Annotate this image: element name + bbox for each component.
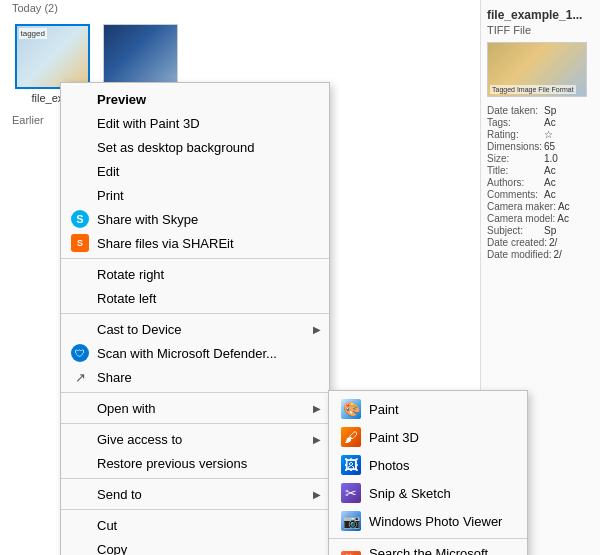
menu-item-label: Cut — [97, 518, 117, 533]
menu-separator — [61, 392, 329, 393]
context-menu: PreviewEdit with Paint 3DSet as desktop … — [60, 82, 330, 555]
meta-row: Date modified:2/ — [487, 249, 594, 260]
context-menu-item-7[interactable]: Rotate right — [61, 262, 329, 286]
thumb-image-content-1: tagged — [17, 26, 88, 87]
meta-row: Date created:2/ — [487, 237, 594, 248]
menu-item-label: Preview — [97, 92, 146, 107]
menu-item-label: Give access to — [97, 432, 182, 447]
submenu-item-label: Photos — [369, 458, 409, 473]
menu-item-label: Edit — [97, 164, 119, 179]
context-menu-item-5[interactable]: SShare with Skype — [61, 207, 329, 231]
context-menu-item-14[interactable]: Restore previous versions — [61, 451, 329, 475]
context-menu-item-6[interactable]: SShare files via SHAREit — [61, 231, 329, 255]
context-menu-item-17[interactable]: Copy — [61, 537, 329, 555]
context-menu-item-0[interactable]: Preview — [61, 87, 329, 111]
context-menu-item-10[interactable]: 🛡Scan with Microsoft Defender... — [61, 341, 329, 365]
menu-item-label: Edit with Paint 3D — [97, 116, 200, 131]
meta-val: 2/ — [549, 237, 557, 248]
submenu-item-4[interactable]: 📷Windows Photo Viewer — [329, 507, 527, 535]
menu-item-label: Cast to Device — [97, 322, 182, 337]
submenu-arrow: ▶ — [313, 489, 321, 500]
meta-key: Dimensions: — [487, 141, 542, 152]
meta-val: Ac — [544, 165, 556, 176]
menu-item-label: Set as desktop background — [97, 140, 255, 155]
submenu-extra-item-0[interactable]: 🏪Search the Microsoft Store — [329, 542, 527, 555]
meta-key: Authors: — [487, 177, 542, 188]
meta-val: Sp — [544, 105, 556, 116]
submenu-item-3[interactable]: ✂Snip & Sketch — [329, 479, 527, 507]
menu-item-label: Share with Skype — [97, 212, 198, 227]
meta-row: Date taken:Sp — [487, 105, 594, 116]
meta-val: 2/ — [553, 249, 561, 260]
context-menu-item-16[interactable]: Cut — [61, 513, 329, 537]
meta-row: Tags:Ac — [487, 117, 594, 128]
meta-val: Ac — [544, 189, 556, 200]
meta-row: Authors:Ac — [487, 177, 594, 188]
file-type: TIFF File — [487, 24, 594, 36]
menu-separator — [61, 509, 329, 510]
meta-val: Sp — [544, 225, 556, 236]
paint3d-icon: 🖌 — [341, 427, 361, 447]
menu-item-label: Restore previous versions — [97, 456, 247, 471]
context-menu-item-12[interactable]: Open with▶ — [61, 396, 329, 420]
submenu-item-label: Snip & Sketch — [369, 486, 451, 501]
context-menu-item-15[interactable]: Send to▶ — [61, 482, 329, 506]
submenu-item-1[interactable]: 🖌Paint 3D — [329, 423, 527, 451]
submenu-arrow: ▶ — [313, 324, 321, 335]
store-icon: 🏪 — [341, 551, 361, 555]
meta-val: Ac — [558, 201, 570, 212]
photos-icon: 🖼 — [341, 455, 361, 475]
meta-val: Ac — [544, 117, 556, 128]
menu-item-label: Share files via SHAREit — [97, 236, 234, 251]
tag-label: tagged — [19, 28, 47, 39]
context-menu-item-1[interactable]: Edit with Paint 3D — [61, 111, 329, 135]
snip-icon: ✂ — [341, 483, 361, 503]
meta-key: Title: — [487, 165, 542, 176]
meta-row: Camera maker:Ac — [487, 201, 594, 212]
submenu-item-2[interactable]: 🖼Photos — [329, 451, 527, 479]
meta-key: Subject: — [487, 225, 542, 236]
meta-key: Date taken: — [487, 105, 542, 116]
submenu-item-0[interactable]: 🎨Paint — [329, 395, 527, 423]
meta-key: Size: — [487, 153, 542, 164]
context-menu-item-8[interactable]: Rotate left — [61, 286, 329, 310]
file-title: file_example_1... — [487, 8, 594, 22]
menu-item-label: Scan with Microsoft Defender... — [97, 346, 277, 361]
context-menu-item-13[interactable]: Give access to▶ — [61, 427, 329, 451]
viewer-icon: 📷 — [341, 511, 361, 531]
context-menu-item-4[interactable]: Print — [61, 183, 329, 207]
context-menu-item-2[interactable]: Set as desktop background — [61, 135, 329, 159]
paint-icon: 🎨 — [341, 399, 361, 419]
menu-item-label: Copy — [97, 542, 127, 556]
shareit-icon: S — [71, 234, 89, 252]
menu-item-label: Rotate right — [97, 267, 164, 282]
thumb-image-1: tagged — [15, 24, 90, 89]
menu-item-label: Share — [97, 370, 132, 385]
context-menu-item-9[interactable]: Cast to Device▶ — [61, 317, 329, 341]
menu-separator — [61, 313, 329, 314]
menu-item-label: Print — [97, 188, 124, 203]
meta-row: Dimensions:65 — [487, 141, 594, 152]
defender-icon: 🛡 — [71, 344, 89, 362]
share-icon: ↗ — [71, 368, 89, 386]
menu-item-label: Send to — [97, 487, 142, 502]
meta-row: Title:Ac — [487, 165, 594, 176]
submenu-item-label: Windows Photo Viewer — [369, 514, 502, 529]
context-menu-item-3[interactable]: Edit — [61, 159, 329, 183]
meta-key: Rating: — [487, 129, 542, 140]
skype-icon: S — [71, 210, 89, 228]
meta-row: Comments:Ac — [487, 189, 594, 200]
meta-row: Subject:Sp — [487, 225, 594, 236]
meta-key: Camera model: — [487, 213, 555, 224]
meta-val: ☆ — [544, 129, 553, 140]
meta-key: Comments: — [487, 189, 542, 200]
meta-key: Tags: — [487, 117, 542, 128]
meta-row: Camera model:Ac — [487, 213, 594, 224]
meta-key: Date created: — [487, 237, 547, 248]
meta-rows: Date taken:SpTags:AcRating:☆Dimensions:6… — [487, 105, 594, 260]
meta-key: Camera maker: — [487, 201, 556, 212]
meta-val: 65 — [544, 141, 555, 152]
submenu-openwith: 🎨Paint🖌Paint 3D🖼Photos✂Snip & Sketch📷Win… — [328, 390, 528, 555]
submenu-item-label: Paint 3D — [369, 430, 419, 445]
context-menu-item-11[interactable]: ↗Share — [61, 365, 329, 389]
